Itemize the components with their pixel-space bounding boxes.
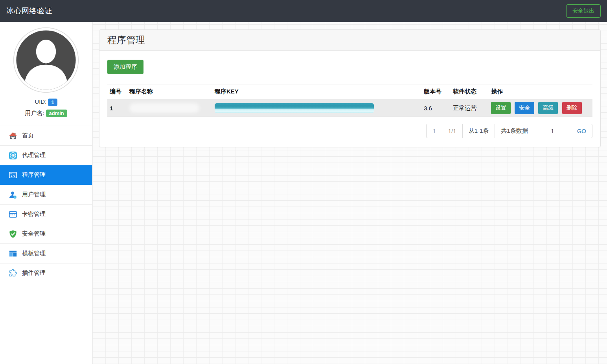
card-header: 程序管理	[99, 30, 600, 51]
svg-text:代: 代	[11, 154, 15, 157]
uid-badge: 1	[48, 99, 57, 106]
home-icon	[9, 132, 17, 140]
sidebar-item-label: 插件管理	[22, 269, 46, 277]
username-row: 用户名: admin	[0, 110, 92, 117]
app-title: 冰心网络验证	[6, 6, 52, 16]
pager-range: 从1-1条	[463, 124, 495, 138]
username-label: 用户名:	[25, 110, 44, 116]
uid-row: UID: 1	[0, 98, 92, 106]
sidebar-item-label: 卡密管理	[22, 210, 46, 218]
sidebar-item-label: 首页	[22, 132, 34, 139]
uid-label: UID:	[35, 98, 46, 105]
sidebar-item-home[interactable]: 首页	[0, 126, 92, 146]
user-icon	[9, 190, 17, 199]
pager-page-of: 1/1	[442, 124, 463, 138]
page-title: 程序管理	[107, 34, 145, 46]
sidebar-item-label: 程序管理	[22, 171, 46, 179]
sidebar-item-agents[interactable]: 代 代理管理	[0, 146, 92, 165]
programs-table: 编号 程序名称 程序KEY 版本号 软件状态 操作 1	[107, 84, 592, 117]
col-header-status: 软件状态	[451, 84, 489, 99]
settings-button[interactable]: 设置	[491, 102, 511, 114]
pagination-row: 1 1/1 从1-1条 共1条数据 GO	[107, 124, 592, 138]
svg-text:</>: </>	[11, 175, 15, 178]
agent-icon: 代	[9, 151, 17, 160]
profile-section: UID: 1 用户名: admin	[0, 22, 92, 117]
col-header-key: 程序KEY	[212, 84, 421, 99]
cell-version: 3.6	[421, 99, 451, 117]
delete-button[interactable]: 删除	[562, 102, 582, 114]
sidebar-item-label: 安全管理	[22, 230, 46, 238]
pager-total: 共1条数据	[495, 124, 534, 138]
col-header-actions: 操作	[489, 84, 592, 99]
redacted-program-name	[129, 103, 199, 113]
col-header-version: 版本号	[421, 84, 451, 99]
sidebar-item-label: 用户管理	[22, 191, 46, 198]
cell-id: 1	[107, 99, 127, 117]
cell-actions: 设置 安全 高级 删除	[489, 99, 592, 117]
sidebar-item-label: 模板管理	[22, 250, 46, 257]
username-badge: admin	[46, 110, 67, 117]
redacted-program-key	[215, 103, 374, 113]
table-row: 1 3.6 正常运营 设置 安全	[107, 99, 592, 117]
avatar	[13, 27, 79, 93]
pager-current-page[interactable]: 1	[427, 124, 442, 138]
pager-page-input[interactable]	[534, 124, 571, 138]
program-icon: </>	[9, 171, 17, 179]
sidebar-item-label: 代理管理	[22, 152, 46, 159]
col-header-name: 程序名称	[127, 84, 212, 99]
card-body: 添加程序 编号 程序名称 程序KEY 版本号 软件状态 操作	[99, 51, 600, 138]
table-header-row: 编号 程序名称 程序KEY 版本号 软件状态 操作	[107, 84, 592, 99]
cell-key	[212, 99, 421, 117]
template-icon	[9, 249, 17, 258]
sidebar-menu: 首页 代 代理管理	[0, 126, 92, 283]
security-button[interactable]: 安全	[515, 102, 534, 114]
logout-button[interactable]: 安全退出	[566, 4, 601, 18]
add-program-button[interactable]: 添加程序	[107, 60, 143, 74]
plugin-icon	[9, 269, 17, 278]
sidebar: UID: 1 用户名: admin	[0, 22, 92, 364]
pager: 1 1/1 从1-1条 共1条数据 GO	[426, 124, 592, 138]
sidebar-item-cards[interactable]: 卡密管理	[0, 205, 92, 224]
card-icon	[9, 210, 17, 219]
sidebar-item-programs[interactable]: </> 程序管理	[0, 165, 92, 185]
pager-go-button[interactable]: GO	[571, 124, 592, 138]
col-header-id: 编号	[107, 84, 127, 99]
main-content: 程序管理 添加程序 编号 程序名称 程序KEY 版本号 软件状态 操作	[92, 22, 607, 364]
sidebar-item-security[interactable]: 安全管理	[0, 224, 92, 244]
topbar: 冰心网络验证 安全退出	[0, 0, 607, 22]
shield-icon	[9, 230, 17, 238]
cell-name	[127, 99, 212, 117]
cell-status: 正常运营	[451, 99, 489, 117]
program-management-card: 程序管理 添加程序 编号 程序名称 程序KEY 版本号 软件状态 操作	[99, 29, 601, 147]
sidebar-item-plugins[interactable]: 插件管理	[0, 263, 92, 283]
sidebar-item-users[interactable]: 用户管理	[0, 185, 92, 205]
advanced-button[interactable]: 高级	[538, 102, 558, 114]
sidebar-item-templates[interactable]: 模板管理	[0, 244, 92, 263]
